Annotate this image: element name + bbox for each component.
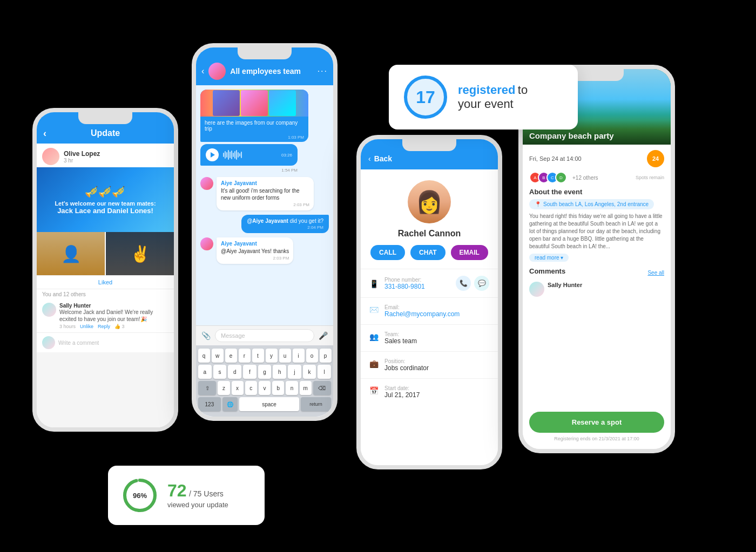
contact-divider	[361, 269, 498, 269]
key-o[interactable]: o	[306, 349, 318, 363]
play-button[interactable]	[206, 148, 219, 161]
contact-email-row: ✉️ Email: Rachel@mycompany.com	[361, 300, 498, 322]
contact-action-buttons: CALL CHAT EMAIL	[370, 245, 488, 260]
contact-divider-5	[361, 378, 498, 379]
key-v[interactable]: v	[259, 381, 271, 395]
key-c[interactable]: c	[245, 381, 257, 395]
key-t[interactable]: t	[252, 349, 264, 363]
key-s[interactable]: s	[213, 365, 227, 379]
write-comment-placeholder[interactable]: Write a comment	[58, 340, 99, 346]
contact-email-info: Email: Rachel@mycompany.com	[384, 304, 460, 318]
key-r[interactable]: r	[239, 349, 251, 363]
received-msg-1: Aiye Jayavant It's all good! i'm searchi…	[200, 177, 329, 210]
likes-count-icon: 👍 3	[114, 324, 125, 329]
reserve-button[interactable]: Reserve a spot	[529, 412, 664, 433]
welcome-emojis: 🎺🎺🎺	[55, 185, 156, 198]
received-bubble-1: Aiye Jayavant It's all good! i'm searchi…	[217, 177, 314, 210]
key-y[interactable]: y	[266, 349, 278, 363]
received-bubble-2: Aiye Jayavant @Aiye Jayavant Yes! thanks…	[217, 237, 293, 264]
play-triangle-icon	[211, 152, 215, 158]
chat-image-caption: here are the images from our company tri…	[200, 117, 308, 135]
key-m[interactable]: m	[300, 381, 312, 395]
key-f[interactable]: f	[243, 365, 256, 379]
key-emoji[interactable]: 🌐	[222, 397, 238, 411]
keyboard-row-2: a s d f g h j k l	[198, 365, 331, 379]
person-silhouette-1: 👤	[61, 244, 81, 263]
comment-author-name: Sally Hunter	[59, 303, 168, 309]
calendar-icon: 📅	[369, 386, 379, 395]
read-more-button[interactable]: read more ▾	[529, 254, 569, 262]
key-w[interactable]: w	[212, 349, 224, 363]
phone-update-screen: ‹ Update Olive Lopez 3 hr 🎺🎺🎺 Le	[37, 112, 174, 427]
reply-link[interactable]: Reply	[98, 324, 110, 329]
chat-image-strip	[200, 90, 308, 117]
sent-text-rest: did you get it?	[290, 218, 323, 224]
key-d[interactable]: d	[228, 365, 241, 379]
contact-back-arrow-icon[interactable]: ‹	[368, 154, 371, 163]
chat-input-field[interactable]: Message	[215, 329, 314, 342]
key-n[interactable]: n	[286, 381, 298, 395]
chat-back-arrow-icon[interactable]: ‹	[201, 66, 204, 76]
chat-menu-dots-icon[interactable]: ···	[318, 66, 328, 76]
key-u[interactable]: u	[279, 349, 291, 363]
event-description: You heard right! this friday we're all g…	[529, 213, 664, 250]
email-button[interactable]: EMAIL	[451, 245, 488, 260]
key-q[interactable]: q	[198, 349, 210, 363]
attach-icon[interactable]: 📎	[201, 331, 211, 340]
phone-value[interactable]: 331-880-9801	[384, 283, 425, 290]
chat-button[interactable]: CHAT	[410, 245, 445, 260]
key-b[interactable]: b	[272, 381, 284, 395]
key-a[interactable]: a	[198, 365, 212, 379]
chat-group-avatar	[208, 63, 226, 80]
unlike-link[interactable]: Unlike	[80, 324, 93, 329]
liked-button[interactable]: Liked	[37, 276, 174, 289]
key-x[interactable]: x	[232, 381, 244, 395]
attendee-avatars: A B C D	[529, 172, 564, 183]
key-j[interactable]: j	[288, 365, 301, 379]
audio-bubble: 03:26	[200, 144, 298, 166]
sent-bubble: @Aiye Jayavant did you get it? 2:04 PM	[241, 215, 329, 233]
phone-msg-icon-btn[interactable]: 💬	[474, 276, 489, 291]
email-label: Email:	[384, 304, 460, 310]
key-i[interactable]: i	[293, 349, 305, 363]
key-g[interactable]: g	[258, 365, 272, 379]
contact-phone-row: 📱 Phone number: 331-880-9801 📞 💬	[361, 271, 498, 295]
key-shift[interactable]: ⇧	[198, 381, 216, 395]
stats-divider: / 75 Users	[189, 489, 224, 498]
key-return[interactable]: return	[301, 397, 331, 411]
key-numbers[interactable]: 123	[198, 397, 221, 411]
comments-title: Comments	[529, 267, 565, 275]
position-label: Position:	[384, 358, 429, 364]
image-thumb-2	[241, 90, 268, 116]
email-value[interactable]: Rachel@mycompany.com	[384, 310, 460, 318]
event-body: Fri, Sep 24 at 14:00 24 A B C D +12 othe…	[523, 145, 671, 302]
key-h[interactable]: h	[273, 365, 286, 379]
chat-group-avatar-img	[208, 63, 226, 80]
contact-team-row: 👥 Team: Sales team	[361, 327, 498, 349]
contact-profile: 👩 Rachel Cannon CALL CHAT EMAIL	[361, 169, 498, 267]
read-more-label: read more	[535, 255, 559, 261]
phone-call-icon-btn[interactable]: 📞	[456, 276, 471, 291]
mic-icon[interactable]: 🎤	[319, 331, 328, 340]
key-delete[interactable]: ⌫	[313, 381, 331, 395]
sender2-name: Aiye Jayavant	[221, 241, 289, 247]
key-l[interactable]: l	[318, 365, 331, 379]
audio-duration: 03:26	[281, 153, 292, 158]
key-k[interactable]: k	[303, 365, 316, 379]
msg3-time: 2:03 PM	[221, 256, 289, 261]
see-all-link[interactable]: See all	[647, 270, 664, 276]
call-button[interactable]: CALL	[370, 245, 405, 260]
donut-percent: 96%	[133, 492, 147, 500]
welcome-names: Jack Lace and Daniel Lones!	[55, 207, 156, 215]
key-e[interactable]: e	[225, 349, 237, 363]
key-space[interactable]: space	[239, 397, 300, 411]
key-z[interactable]: z	[218, 381, 230, 395]
key-p[interactable]: p	[320, 349, 332, 363]
back-arrow-icon[interactable]: ‹	[43, 128, 46, 139]
event-comment-item: Sally Hunter	[529, 282, 664, 297]
about-event-title: About the event	[529, 188, 664, 196]
comment-text: Welcome Jack and Daniel! We're really ec…	[59, 309, 168, 323]
post-photo-left: 👤	[37, 232, 105, 275]
stats-text: 72 / 75 Users viewed your update	[167, 481, 228, 510]
donut-chart: 96%	[121, 476, 159, 514]
